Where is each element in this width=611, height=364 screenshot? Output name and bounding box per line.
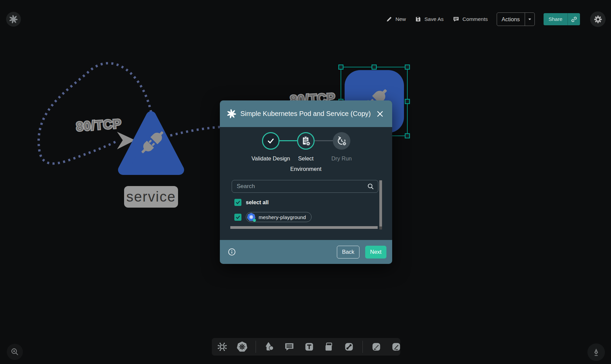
gear-icon [594,15,602,24]
share-button[interactable]: Share [544,13,580,25]
check-icon [235,214,241,220]
step-label-dry-run: Dry Run [321,153,362,164]
share-label: Share [544,16,568,22]
edge-style-button[interactable] [343,340,355,353]
freehand-draw-button[interactable] [390,340,403,353]
zoom-in-icon [10,347,19,356]
actions-label: Actions [497,16,525,23]
step-dry-run[interactable] [333,132,350,150]
shapes-icon [264,341,275,353]
edge-style-icon [343,341,355,353]
comment-tool-button[interactable] [283,340,296,353]
circuit-components-icon [216,341,228,353]
select-all-label: select all [246,200,269,206]
horizontal-scrollbar[interactable] [230,226,378,229]
step-select-environment[interactable] [297,132,315,150]
pen-nib-icon [591,347,601,357]
link-icon [571,16,578,23]
svg-text:service: service [126,189,176,205]
info-icon[interactable] [228,248,236,256]
environment-checkbox[interactable] [234,214,241,221]
close-button[interactable] [375,109,385,119]
whiteboarding-button[interactable] [587,343,605,361]
comment-icon [284,341,295,353]
top-action-bar: New Save As Comments Actions [386,11,606,27]
meshery-logo-icon [227,109,236,118]
environment-chip[interactable]: meshery-playground [246,212,312,222]
environment-row: meshery-playground [234,212,312,222]
comments-label: Comments [463,16,488,22]
sticky-note-button[interactable] [323,340,336,353]
comment-icon [453,16,460,23]
save-as-label: Save As [425,16,444,22]
step-validate-design[interactable] [262,132,280,150]
modal-footer: Back Next [220,240,392,264]
meshery-logo-icon [9,15,18,23]
kubernetes-icon [236,341,248,353]
toolbar-divider [362,341,363,353]
canvas-toolbar [212,338,400,356]
dry-run-history-gear-icon [337,136,347,146]
sketch-pencil-icon [390,341,402,353]
close-icon [376,110,384,118]
new-button[interactable]: New [386,16,406,23]
environment-search [232,180,378,193]
meshery-menu-button[interactable] [6,12,21,27]
deploy-design-modal: Simple Kubernetes Pod and Service (Copy) [220,100,392,264]
search-icon[interactable] [367,183,374,190]
text-icon [303,341,315,353]
modal-title: Simple Kubernetes Pod and Service (Copy) [240,110,371,118]
scrollbar-corner [379,226,382,230]
copy-link-button[interactable] [568,16,580,23]
modal-body: Validate Design Select Environment Dry R… [220,127,392,240]
step-label-validate-design: Validate Design [251,153,291,164]
toolbar-divider [256,341,256,353]
pen-arrow-icon [371,341,382,353]
clipboard-gear-icon [301,136,311,146]
next-button[interactable]: Next [365,246,386,259]
sticky-note-icon [323,341,335,353]
back-button[interactable]: Back [337,246,359,259]
connected-status-dot [253,219,256,222]
zoom-in-button[interactable] [7,344,23,360]
components-drawer-button[interactable] [216,340,229,353]
save-as-button[interactable]: Save As [415,16,444,23]
service-node-label: service [124,186,178,208]
search-input[interactable] [232,183,367,190]
comments-button[interactable]: Comments [453,16,488,23]
step-label-select-environment: Select Environment [286,153,326,175]
check-icon [235,200,241,205]
new-label: New [396,16,406,22]
edge-label-port-left: 80/TCP [76,116,122,133]
stepper-connector-done [280,140,297,141]
vertical-scrollbar[interactable] [379,180,382,226]
annotate-arrow-button[interactable] [370,340,383,353]
actions-button[interactable]: Actions [497,12,535,26]
environment-name: meshery-playground [259,214,306,220]
service-node[interactable] [123,116,179,170]
stepper-connector-upcoming [315,140,333,141]
shapes-button[interactable] [263,340,276,353]
select-all-row: select all [234,199,269,206]
modal-header: Simple Kubernetes Pod and Service (Copy) [220,100,392,127]
select-all-checkbox[interactable] [234,199,241,206]
pencil-icon [386,16,392,23]
check-icon [266,136,275,145]
chevron-down-icon [527,17,532,22]
meshery-design-canvas[interactable]: service 80/TCP 80/TCP [0,0,611,364]
kubernetes-components-button[interactable] [236,340,249,353]
settings-button[interactable] [590,11,606,27]
floppy-save-icon [415,16,421,23]
kubernetes-icon [247,213,256,221]
text-tool-button[interactable] [303,340,316,353]
actions-dropdown-button[interactable] [525,17,534,22]
